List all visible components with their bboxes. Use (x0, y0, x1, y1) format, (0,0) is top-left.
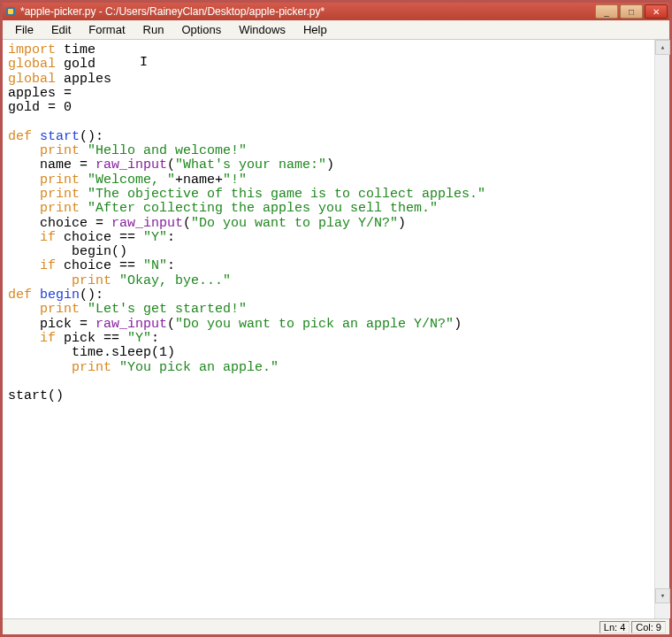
code-text: ) (398, 216, 406, 231)
code-text: : (151, 331, 159, 346)
maximize-button[interactable]: □ (620, 4, 643, 19)
code-text: : (167, 258, 175, 273)
code-text: time.sleep(1) (8, 345, 175, 360)
code-builtin: raw_input (111, 216, 183, 231)
code-string: "Okay, bye..." (111, 273, 231, 288)
status-col: Col: 9 (631, 621, 666, 633)
code-keyword: print (8, 273, 111, 288)
code-string: "You pick an apple." (111, 360, 279, 375)
svg-rect-1 (8, 9, 13, 14)
code-text: (): (80, 129, 103, 144)
code-keyword: print (8, 201, 80, 216)
menu-help[interactable]: Help (294, 21, 336, 38)
window-controls: _ □ ✕ (595, 4, 668, 19)
text-cursor: I (140, 56, 148, 70)
code-string: "Welcome, " (80, 173, 175, 188)
code-text: choice == (56, 258, 143, 273)
menu-run[interactable]: Run (134, 21, 173, 38)
code-funcname: begin (32, 288, 80, 303)
code-builtin: raw_input (95, 317, 167, 332)
scroll-up-icon[interactable]: ▴ (655, 40, 670, 55)
code-keyword: def (8, 288, 32, 303)
window-title: *apple-picker.py - C:/Users/RaineyClan/D… (20, 5, 595, 18)
menu-options[interactable]: Options (172, 21, 230, 38)
code-keyword: global (8, 57, 56, 72)
code-text: ) (326, 157, 334, 173)
code-text: ) (454, 317, 462, 332)
scroll-corner (655, 603, 670, 618)
code-text: +name+ (175, 173, 223, 188)
code-keyword: if (8, 230, 56, 245)
code-string: "What's your name:" (175, 157, 326, 173)
code-string: "!" (223, 173, 247, 188)
code-keyword: def (8, 129, 32, 144)
code-string: "Hello and welcome!" (80, 143, 247, 158)
close-button[interactable]: ✕ (645, 4, 668, 19)
vertical-scrollbar[interactable]: ▴ ▾ (654, 40, 669, 618)
code-funcname: start (32, 129, 80, 144)
statusbar: Ln: 4 Col: 9 (3, 618, 669, 634)
status-line: Ln: 4 (599, 621, 630, 633)
code-string: "Y" (127, 331, 151, 346)
code-text: start() (8, 388, 64, 403)
menubar: File Edit Format Run Options Windows Hel… (3, 20, 669, 40)
code-text: gold (56, 57, 95, 72)
code-text: : (167, 230, 175, 245)
code-text: apples = (8, 86, 72, 101)
code-string: "Do you want to pick an apple Y/N?" (175, 317, 454, 332)
code-keyword: global (8, 72, 56, 87)
code-text: ( (183, 216, 191, 231)
code-text: (): (80, 288, 103, 303)
code-string: "Let's get started!" (80, 302, 247, 317)
code-string: "Do you want to play Y/N?" (191, 216, 398, 231)
code-editor[interactable]: import time global gold global apples ap… (3, 40, 654, 618)
code-text: time (56, 42, 95, 58)
scroll-down-icon[interactable]: ▾ (655, 588, 670, 603)
titlebar[interactable]: *apple-picker.py - C:/Users/RaineyClan/D… (3, 3, 669, 20)
code-string: "After collecting the apples you sell th… (80, 201, 438, 216)
code-string: "Y" (143, 230, 167, 245)
code-builtin: raw_input (95, 157, 167, 173)
python-icon (4, 5, 17, 18)
code-keyword: print (8, 173, 80, 188)
code-string: "The objective of this game is to collec… (80, 187, 485, 202)
code-text: pick = (8, 317, 95, 332)
menu-windows[interactable]: Windows (230, 21, 294, 38)
menu-edit[interactable]: Edit (42, 21, 80, 38)
code-text: apples (56, 72, 111, 87)
code-text: choice = (8, 216, 111, 231)
code-text: choice == (56, 230, 143, 245)
code-text: begin() (8, 244, 127, 259)
code-keyword: import (8, 42, 56, 58)
code-keyword: print (8, 302, 80, 317)
code-keyword: print (8, 143, 80, 158)
minimize-button[interactable]: _ (595, 4, 618, 19)
code-text: pick == (56, 331, 127, 346)
code-string: "N" (143, 258, 167, 273)
code-text: ( (167, 157, 175, 173)
code-text: ( (167, 317, 175, 332)
code-keyword: if (8, 258, 56, 273)
menu-format[interactable]: Format (80, 21, 134, 38)
editor-area: import time global gold global apples ap… (3, 40, 669, 618)
menu-file[interactable]: File (6, 21, 42, 38)
code-keyword: print (8, 187, 80, 202)
code-keyword: print (8, 360, 111, 375)
code-text: gold = 0 (8, 100, 72, 115)
idle-window: *apple-picker.py - C:/Users/RaineyClan/D… (0, 0, 672, 637)
code-keyword: if (8, 331, 56, 346)
code-text: name = (8, 157, 95, 173)
